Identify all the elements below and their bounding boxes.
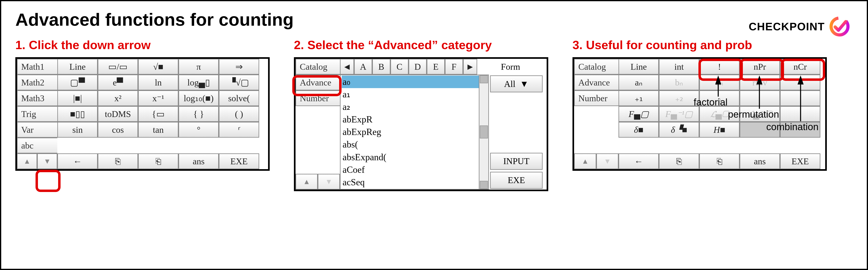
k-blank2[interactable] (740, 90, 780, 106)
k-log[interactable]: log▄▯ (179, 75, 219, 90)
k-parens[interactable]: ( ) (219, 106, 259, 122)
k-tan[interactable]: tan (138, 122, 179, 138)
k-an[interactable]: aₙ (619, 75, 659, 90)
list-item[interactable]: acSeq (342, 176, 487, 189)
scrollbar[interactable] (479, 75, 488, 189)
tab-catalog[interactable]: Catalog (296, 59, 340, 75)
k-nroot[interactable]: ▝√▢ (219, 75, 259, 90)
input-button[interactable]: INPUT (490, 153, 542, 170)
k-exe[interactable]: EXE (780, 153, 820, 169)
k-solve[interactable]: solve( (219, 90, 259, 106)
list-item[interactable]: abExpR (342, 113, 487, 126)
k-cos[interactable]: cos (98, 122, 138, 138)
tab-advance[interactable]: Advance (574, 75, 619, 90)
tab-abc[interactable]: abc (17, 138, 57, 153)
k-todms[interactable]: toDMS (98, 106, 138, 122)
letter-c[interactable]: C (391, 59, 409, 75)
k-H[interactable]: H■ (699, 122, 740, 138)
k-boxes[interactable]: ■▯▯ (57, 106, 98, 122)
letter-f[interactable]: F (445, 59, 463, 75)
form-dropdown[interactable]: All ▼ (490, 75, 542, 92)
letter-d[interactable]: D (409, 59, 427, 75)
k-xinv[interactable]: x⁻¹ (138, 90, 179, 106)
tab-math2[interactable]: Math2 (17, 75, 57, 90)
k-log10[interactable]: log₁₀(■) (179, 90, 219, 106)
k-paste[interactable]: ⎗ (138, 153, 179, 169)
k-F[interactable]: F▄▢ (619, 106, 659, 122)
k-frac[interactable]: ▭/▭ (98, 59, 138, 75)
k-delta2[interactable]: δ▝■ (659, 122, 699, 138)
k-braces[interactable]: { } (179, 106, 219, 122)
tab-math1[interactable]: Math1 (17, 59, 57, 75)
letter-a[interactable]: A (354, 59, 372, 75)
k-back[interactable]: ← (57, 153, 98, 169)
scroll-down-icon[interactable] (480, 181, 488, 189)
tab-down-icon[interactable]: ▼ (596, 153, 619, 169)
tab-up-icon[interactable]: ▲ (17, 153, 37, 169)
k-line[interactable]: Line (57, 59, 98, 75)
k-copy[interactable]: ⎘ (659, 153, 699, 169)
k-pow[interactable]: ▢▀ (57, 75, 98, 90)
tab-down-icon[interactable]: ▼ (37, 153, 57, 169)
tab-advance[interactable]: Advance (296, 75, 340, 90)
k-ans[interactable]: ans (179, 153, 219, 169)
k-rad[interactable]: ʳ (219, 122, 259, 138)
k-copy[interactable]: ⎘ (98, 153, 138, 169)
tab-catalog[interactable]: Catalog (574, 59, 619, 75)
k-plus2[interactable]: ₊₂ (659, 90, 699, 106)
tab-number[interactable]: Number (574, 90, 619, 106)
k-ans[interactable]: ans (740, 153, 780, 169)
k-back[interactable]: ← (619, 153, 659, 169)
k-blank1[interactable] (780, 75, 820, 90)
k-deg[interactable]: ° (179, 122, 219, 138)
tab-math3[interactable]: Math3 (17, 90, 57, 106)
scroll-up-icon[interactable] (480, 75, 488, 83)
list-item[interactable]: a₁ (342, 88, 487, 101)
highlight-down-arrow (35, 170, 61, 192)
k-rslv[interactable]: rSlv (740, 75, 780, 90)
k-line[interactable]: Line (619, 59, 659, 75)
logo-text: CHECKPOINT (749, 20, 825, 33)
k-Finv[interactable]: F▄⁻¹▢ (659, 106, 699, 122)
k-bracefrac[interactable]: {▭ (138, 106, 179, 122)
list-item[interactable]: a₀ (342, 76, 487, 88)
tab-trig[interactable]: Trig (17, 106, 57, 122)
k-sin[interactable]: sin (57, 122, 98, 138)
tab-up-icon[interactable]: ▲ (574, 153, 596, 169)
k-bn[interactable]: bₙ (659, 75, 699, 90)
catalog-listbox[interactable]: a₀ a₁ a₂ abExpR abExpReg abs( absExpand(… (340, 75, 489, 190)
list-item[interactable]: absExpand( (342, 151, 487, 163)
k-plus1[interactable]: ₊₁ (619, 90, 659, 106)
k-ln[interactable]: ln (138, 75, 179, 90)
k-sqrt[interactable]: √■ (138, 59, 179, 75)
list-item[interactable]: abs( (342, 138, 487, 151)
k-exe[interactable]: EXE (219, 153, 259, 169)
exe-button[interactable]: EXE (490, 172, 542, 189)
k-npr[interactable]: nPr (740, 59, 780, 75)
tab-down-icon[interactable]: ▼ (318, 174, 340, 190)
k-pi[interactable]: π (179, 59, 219, 75)
k-cn[interactable]: cₙ (699, 75, 740, 90)
k-int[interactable]: int (659, 59, 699, 75)
list-item[interactable]: aCoef (342, 163, 487, 176)
k-x2[interactable]: x² (98, 90, 138, 106)
k-abs[interactable]: |■| (57, 90, 98, 106)
letter-e[interactable]: E (427, 59, 445, 75)
letters-right-icon[interactable]: ► (463, 59, 477, 75)
k-blank3[interactable] (780, 90, 820, 106)
letters-left-icon[interactable]: ◄ (340, 59, 354, 75)
k-delta[interactable]: δ■ (619, 122, 659, 138)
tab-number[interactable]: Number (296, 90, 340, 106)
k-arrow[interactable]: ⇒ (219, 59, 259, 75)
tab-up-icon[interactable]: ▲ (296, 174, 318, 190)
k-epow[interactable]: e▀ (98, 75, 138, 90)
tab-var[interactable]: Var (17, 122, 57, 138)
list-item[interactable]: abExpReg (342, 126, 487, 138)
scroll-thumb[interactable] (480, 126, 488, 138)
k-blank4[interactable] (780, 106, 820, 122)
k-paste[interactable]: ⎗ (699, 153, 740, 169)
k-ncr[interactable]: nCr (780, 59, 820, 75)
list-item[interactable]: a₂ (342, 101, 487, 113)
k-factorial[interactable]: ! (699, 59, 740, 75)
letter-b[interactable]: B (372, 59, 391, 75)
